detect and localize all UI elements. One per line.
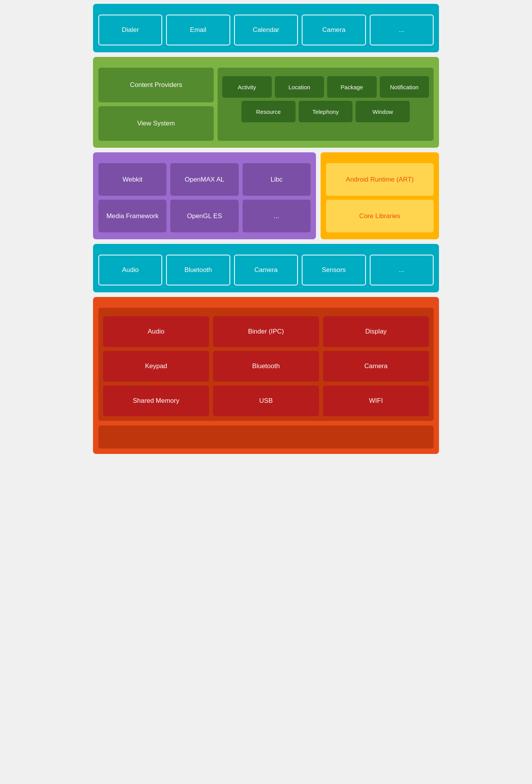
manager-card: Resource — [241, 101, 296, 122]
native-card: OpenMAX AL — [170, 163, 238, 196]
native-card: Media Framework — [98, 200, 166, 232]
system-app-card: ... — [370, 15, 434, 45]
system-app-card: Camera — [302, 15, 366, 45]
native-cpp-grid: WebkitOpenMAX ALLibcMedia FrameworkOpenG… — [98, 163, 311, 232]
java-api-layer: Content Providers View System ActivityLo… — [93, 57, 439, 148]
android-architecture-diagram: DialerEmailCalendarCamera... Content Pro… — [93, 4, 439, 454]
hal-layer: AudioBluetoothCameraSensors... — [93, 244, 439, 292]
linux-kernel-layer: AudioBinder (IPC)DisplayKeypadBluetoothC… — [93, 297, 439, 454]
native-card: OpenGL ES — [170, 200, 238, 232]
hal-card: Bluetooth — [166, 255, 230, 285]
driver-card: Display — [323, 316, 429, 347]
managers-col: ActivityLocationPackageNotification Reso… — [218, 68, 434, 141]
managers-row1: ActivityLocationPackageNotification — [222, 76, 429, 98]
hal-card: ... — [370, 255, 434, 285]
managers-row2: ResourceTelephonyWindow — [241, 101, 410, 122]
driver-card: WIFI — [323, 385, 429, 416]
driver-card: Binder (IPC) — [213, 316, 319, 347]
driver-card: Keypad — [103, 351, 209, 382]
driver-card: Audio — [103, 316, 209, 347]
manager-card: Window — [356, 101, 410, 122]
runtime-card: Android Runtime (ART) — [326, 163, 434, 196]
system-apps-cards: DialerEmailCalendarCamera... — [98, 15, 434, 45]
hal-card: Audio — [98, 255, 162, 285]
manager-card: Location — [275, 76, 324, 98]
native-runtime-row: WebkitOpenMAX ALLibcMedia FrameworkOpenG… — [93, 152, 439, 239]
drivers-grid: AudioBinder (IPC)DisplayKeypadBluetoothC… — [103, 316, 429, 416]
runtime-card: Core Libraries — [326, 200, 434, 232]
manager-card: Telephony — [299, 101, 353, 122]
system-apps-layer: DialerEmailCalendarCamera... — [93, 4, 439, 52]
native-card: Webkit — [98, 163, 166, 196]
java-api-left: Content Providers View System — [98, 68, 214, 141]
java-api-inner: Content Providers View System ActivityLo… — [98, 68, 434, 141]
hal-cards: AudioBluetoothCameraSensors... — [98, 255, 434, 285]
driver-card: Camera — [323, 351, 429, 382]
system-app-card: Dialer — [98, 15, 162, 45]
native-cpp-layer: WebkitOpenMAX ALLibcMedia FrameworkOpenG… — [93, 152, 316, 239]
driver-card: USB — [213, 385, 319, 416]
drivers-box: AudioBinder (IPC)DisplayKeypadBluetoothC… — [98, 308, 434, 421]
manager-card: Notification — [380, 76, 429, 98]
runtime-cards: Android Runtime (ART)Core Libraries — [326, 163, 434, 232]
power-management — [98, 425, 434, 449]
native-card: ... — [243, 200, 311, 232]
content-providers-card: Content Providers — [98, 68, 214, 102]
manager-card: Activity — [222, 76, 272, 98]
hal-card: Sensors — [302, 255, 366, 285]
system-app-card: Calendar — [234, 15, 298, 45]
native-card: Libc — [243, 163, 311, 196]
system-app-card: Email — [166, 15, 230, 45]
manager-card: Package — [327, 76, 377, 98]
android-runtime-layer: Android Runtime (ART)Core Libraries — [321, 152, 439, 239]
driver-card: Bluetooth — [213, 351, 319, 382]
view-system-card: View System — [98, 106, 214, 141]
driver-card: Shared Memory — [103, 385, 209, 416]
hal-card: Camera — [234, 255, 298, 285]
